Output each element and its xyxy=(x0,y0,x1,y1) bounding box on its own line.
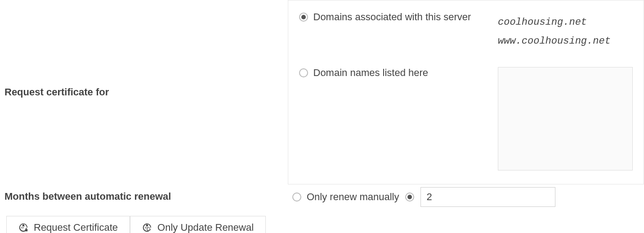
row-request-for: Request certificate for Domains associat… xyxy=(0,0,644,184)
only-update-renewal-label: Only Update Renewal xyxy=(157,222,254,233)
button-bar: Request Certificate Only Update Renewal xyxy=(0,210,644,233)
radio-renew-manually[interactable]: Only renew manually xyxy=(292,191,399,203)
radio-domains-listed[interactable]: Domain names listed here xyxy=(299,67,486,79)
radio-renew-months[interactable] xyxy=(405,193,414,202)
label-request-for: Request certificate for xyxy=(0,0,288,184)
domains-listed-textarea[interactable] xyxy=(498,67,633,170)
request-certificate-label: Request Certificate xyxy=(34,222,118,233)
globe-lock-icon xyxy=(18,223,28,233)
associated-domain: www.coolhousing.net xyxy=(498,32,633,51)
request-certificate-button[interactable]: Request Certificate xyxy=(6,216,130,233)
radio-renew-manually-label: Only renew manually xyxy=(307,191,399,203)
control-request-for: Domains associated with this server cool… xyxy=(288,0,644,184)
request-options-table: Domains associated with this server cool… xyxy=(293,3,640,181)
only-update-renewal-button[interactable]: Only Update Renewal xyxy=(130,216,266,233)
months-input[interactable] xyxy=(420,187,555,207)
radio-domains-listed-label: Domain names listed here xyxy=(313,67,429,79)
radio-icon xyxy=(299,68,308,77)
radio-domains-associated-label: Domains associated with this server xyxy=(313,11,471,23)
label-renewal: Months between automatic renewal xyxy=(0,184,288,210)
control-renewal: Only renew manually xyxy=(288,184,644,210)
radio-icon xyxy=(299,13,308,22)
form-table: Request certificate for Domains associat… xyxy=(0,0,644,210)
radio-icon xyxy=(405,193,414,202)
associated-domain: coolhousing.net xyxy=(498,13,633,32)
radio-icon xyxy=(292,193,301,202)
certificate-form: Request certificate for Domains associat… xyxy=(0,0,644,233)
row-renewal: Months between automatic renewal Only re… xyxy=(0,184,644,210)
radio-domains-associated[interactable]: Domains associated with this server xyxy=(299,11,486,23)
associated-domains-list: coolhousing.net www.coolhousing.net xyxy=(498,11,633,51)
globe-refresh-icon xyxy=(142,223,152,233)
